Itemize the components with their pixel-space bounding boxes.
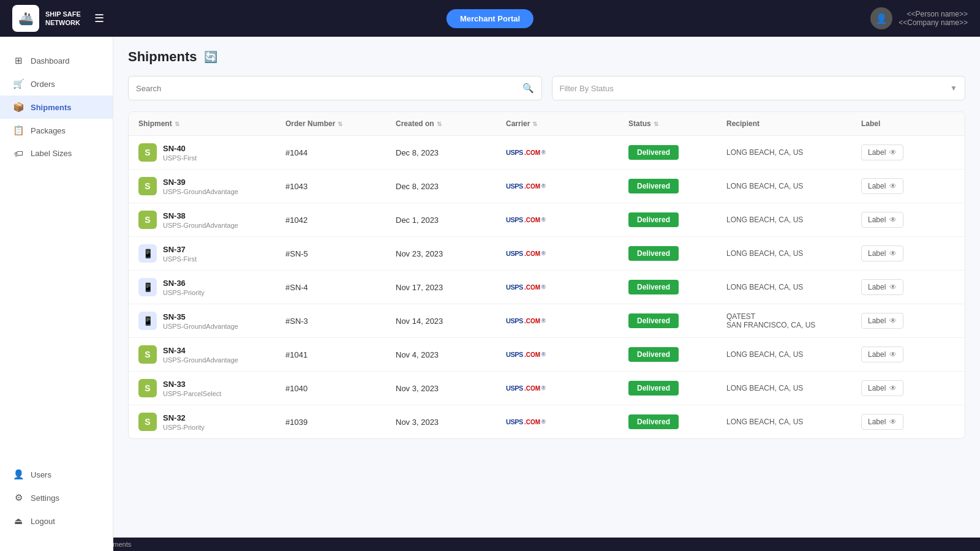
filter-row: 🔍 Filter By Status ▼ (128, 76, 965, 100)
order-number: #1040 (285, 384, 396, 393)
label-button[interactable]: Label 👁 (861, 212, 903, 228)
shipment-info: SN-34 USPS-GroundAdvantage (163, 346, 238, 364)
usps-logo: USPS.COM® (506, 216, 628, 223)
table-row[interactable]: S SN-38 USPS-GroundAdvantage #1042 Dec 1… (129, 203, 965, 237)
recipient-cell: LONG BEACH, CA, US (726, 418, 861, 426)
statusbar: https://uatmerchant.zipship.link/shipmen… (0, 538, 980, 551)
sidebar-bottom-nav: 👤 Users ⚙ Settings ⏏ Logout (0, 463, 113, 539)
label-button[interactable]: Label 👁 (861, 380, 903, 396)
logout-icon: ⏏ (12, 515, 24, 527)
shopify-icon: S (138, 177, 157, 195)
shipment-info: SN-35 USPS-GroundAdvantage (163, 312, 238, 330)
table-row[interactable]: S SN-34 USPS-GroundAdvantage #1041 Nov 4… (129, 338, 965, 372)
sort-icon-carrier[interactable]: ⇅ (532, 121, 537, 127)
status-badge: Delivered (628, 145, 679, 160)
created-date: Dec 8, 2023 (396, 182, 506, 191)
table-row[interactable]: S SN-32 USPS-Priority #1039 Nov 3, 2023 … (129, 405, 965, 438)
sort-icon-shipment[interactable]: ⇅ (175, 121, 179, 127)
sort-icon-created[interactable]: ⇅ (437, 121, 442, 127)
order-number: #SN-5 (285, 249, 396, 258)
carrier-cell: USPS.COM® (506, 384, 628, 392)
shipment-cell: S SN-40 USPS-First (138, 143, 285, 162)
search-box[interactable]: 🔍 (128, 76, 542, 100)
usps-logo: USPS.COM® (506, 351, 628, 358)
col-header-carrier: Carrier ⇅ (506, 119, 628, 128)
label-button[interactable]: Label 👁 (861, 178, 903, 194)
sidebar-item-packages[interactable]: 📋 Packages (0, 119, 113, 142)
col-header-created: Created on ⇅ (396, 119, 506, 128)
shipment-cell: S SN-38 USPS-GroundAdvantage (138, 211, 285, 229)
status-cell: Delivered (628, 313, 726, 328)
order-number: #1043 (285, 182, 396, 191)
shipment-cell: 📱 SN-37 USPS-First (138, 244, 285, 263)
shipment-id: SN-32 (163, 413, 205, 422)
label-button[interactable]: Label 👁 (861, 144, 903, 160)
label-button[interactable]: Label 👁 (861, 414, 903, 430)
recipient-cell: LONG BEACH, CA, US (726, 283, 861, 291)
table-row[interactable]: S SN-39 USPS-GroundAdvantage #1043 Dec 8… (129, 170, 965, 203)
shipment-service: USPS-First (163, 154, 197, 162)
label-cell: Label 👁 (861, 246, 935, 261)
table-row[interactable]: S SN-33 USPS-ParcelSelect #1040 Nov 3, 2… (129, 372, 965, 405)
status-badge: Delivered (628, 313, 679, 328)
recipient-cell: QATESTSAN FRANCISCO, CA, US (726, 312, 861, 329)
col-header-label: Label (861, 119, 935, 128)
label-text: Label (868, 317, 886, 325)
status-cell: Delivered (628, 347, 726, 362)
topbar-center: Merchant Portal (447, 9, 533, 28)
sort-icon-order[interactable]: ⇅ (337, 121, 342, 127)
order-number: #SN-4 (285, 283, 396, 292)
carrier-cell: USPS.COM® (506, 283, 628, 291)
eye-icon: 👁 (889, 350, 897, 359)
sidebar-item-users[interactable]: 👤 Users (0, 463, 113, 486)
label-text: Label (868, 216, 886, 224)
status-cell: Delivered (628, 381, 726, 395)
label-button[interactable]: Label 👁 (861, 313, 903, 329)
topbar-right: 👤 <<Person name>> <<Company name>> (870, 7, 968, 29)
search-icon: 🔍 (522, 83, 534, 94)
col-header-shipment: Shipment ⇅ (138, 119, 285, 128)
label-cell: Label 👁 (861, 347, 935, 362)
sidebar-label-users: Users (31, 470, 51, 479)
status-cell: Delivered (628, 179, 726, 193)
table-row[interactable]: 📱 SN-36 USPS-Priority #SN-4 Nov 17, 2023… (129, 271, 965, 304)
sort-icon-status[interactable]: ⇅ (654, 121, 658, 127)
eye-icon: 👁 (889, 249, 897, 258)
label-button[interactable]: Label 👁 (861, 279, 903, 295)
sidebar-item-dashboard[interactable]: ⊞ Dashboard (0, 49, 113, 72)
status-badge: Delivered (628, 347, 679, 362)
shipment-id: SN-38 (163, 211, 238, 220)
topbar: 🚢 SHIP SAFE NETWORK ☰ Merchant Portal 👤 … (0, 0, 980, 37)
eye-icon: 👁 (889, 182, 897, 190)
merchant-portal-button[interactable]: Merchant Portal (447, 9, 533, 28)
sidebar-label-dashboard: Dashboard (31, 56, 70, 66)
sidebar-nav: ⊞ Dashboard 🛒 Orders 📦 Shipments 📋 Packa… (0, 49, 113, 165)
status-cell: Delivered (628, 246, 726, 261)
status-filter-dropdown[interactable]: Filter By Status ▼ (552, 76, 966, 100)
label-cell: Label 👁 (861, 313, 935, 329)
status-badge: Delivered (628, 381, 679, 395)
carrier-cell: USPS.COM® (506, 351, 628, 358)
sidebar-item-logout[interactable]: ⏏ Logout (0, 509, 113, 533)
shipment-id: SN-33 (163, 380, 221, 389)
sidebar-label-orders: Orders (31, 80, 55, 89)
shipment-id: SN-34 (163, 346, 238, 355)
table-row[interactable]: S SN-40 USPS-First #1044 Dec 8, 2023 USP… (129, 136, 965, 170)
sidebar-item-settings[interactable]: ⚙ Settings (0, 486, 113, 509)
label-button[interactable]: Label 👁 (861, 246, 903, 261)
recipient-location: LONG BEACH, CA, US (726, 216, 861, 224)
avatar: 👤 (870, 7, 892, 29)
sidebar-item-orders[interactable]: 🛒 Orders (0, 72, 113, 96)
hamburger-menu[interactable]: ☰ (94, 12, 104, 25)
shopify-icon: S (138, 211, 157, 229)
search-input[interactable] (136, 84, 522, 93)
table-row[interactable]: 📱 SN-37 USPS-First #SN-5 Nov 23, 2023 US… (129, 237, 965, 271)
sidebar-item-shipments[interactable]: 📦 Shipments (0, 96, 113, 119)
created-date: Dec 8, 2023 (396, 148, 506, 157)
orders-icon: 🛒 (12, 78, 24, 89)
table-row[interactable]: 📱 SN-35 USPS-GroundAdvantage #SN-3 Nov 1… (129, 304, 965, 338)
label-button[interactable]: Label 👁 (861, 347, 903, 362)
refresh-button[interactable]: 🔄 (204, 50, 217, 64)
phone-icon: 📱 (138, 312, 157, 330)
sidebar-item-label-sizes[interactable]: 🏷 Label Sizes (0, 142, 113, 165)
